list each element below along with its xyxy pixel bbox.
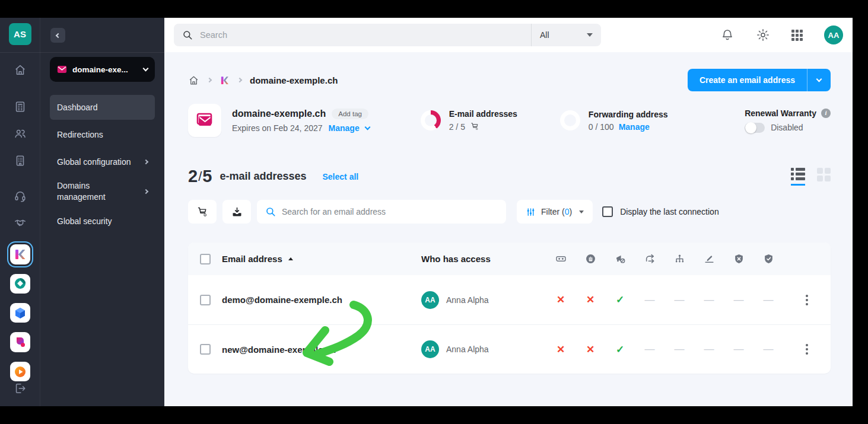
users-icon[interactable] <box>13 127 27 141</box>
kdrive-app-icon[interactable] <box>10 274 30 294</box>
ksuite-app-icon[interactable] <box>10 244 30 264</box>
search-input[interactable] <box>200 30 531 40</box>
breadcrumb-home-icon[interactable] <box>188 75 199 86</box>
renewal-warranty-toggle[interactable] <box>745 123 765 133</box>
filter-button[interactable]: Filter (0) <box>517 200 593 224</box>
support-icon[interactable] <box>13 189 27 203</box>
workspace-dropdown[interactable]: domaine-exe... <box>50 57 155 82</box>
forwarding-manage-link[interactable]: Manage <box>619 122 650 132</box>
chevron-right-icon <box>144 189 148 194</box>
domain-manage-link[interactable]: Manage <box>329 123 360 133</box>
shield-disabled-icon <box>724 254 753 264</box>
account-logo[interactable]: AS <box>9 23 31 45</box>
collapse-sidebar-button[interactable] <box>50 28 65 43</box>
display-last-connection-option: Display the last connection <box>602 206 719 217</box>
add-tag-button[interactable]: Add tag <box>332 109 368 119</box>
create-email-button[interactable]: Create an email address <box>688 69 807 91</box>
search-icon <box>182 30 193 40</box>
kmedia-app-icon[interactable] <box>10 362 30 381</box>
sidebar: AS <box>0 18 164 406</box>
row-checkbox[interactable] <box>200 344 211 355</box>
signature-icon <box>694 254 724 264</box>
row-email-address[interactable]: new@domaine-exemple.ch <box>222 345 421 355</box>
user-avatar[interactable]: AA <box>824 25 843 44</box>
notifications-bell-icon[interactable] <box>720 28 735 42</box>
column-who-has-access: Who has access <box>421 254 546 264</box>
sidebar-divider <box>0 52 164 53</box>
status-signature: — <box>694 294 724 306</box>
row-actions-menu[interactable] <box>802 340 812 358</box>
logout-icon[interactable] <box>13 381 27 396</box>
chevron-down-icon <box>587 33 593 37</box>
sidebar-item-dashboard[interactable]: Dashboard <box>50 95 155 120</box>
chevron-right-icon <box>237 78 242 82</box>
mail-icon <box>57 65 67 74</box>
topbar: All AA <box>164 18 853 52</box>
email-search-input[interactable] <box>282 207 498 216</box>
create-email-split-button: Create an email address <box>688 69 831 91</box>
status-voicemail: ✕ <box>546 294 576 306</box>
info-icon[interactable]: i <box>821 109 831 118</box>
grid-view-toggle[interactable] <box>817 168 831 181</box>
avatar: AA <box>421 291 439 309</box>
domain-summary: domaine-exemple.ch Add tag Expires on Fe… <box>188 104 831 137</box>
filter-sliders-icon <box>526 207 536 217</box>
chevron-right-icon <box>207 78 212 82</box>
billing-icon[interactable] <box>13 100 27 114</box>
main-area: All AA domaine-exemple.ch <box>164 18 853 406</box>
row-user-name: Anna Alpha <box>446 295 489 305</box>
forwarding-usage-count: 0 / 100 <box>589 122 614 132</box>
kcube-app-icon[interactable] <box>10 303 30 323</box>
list-view-toggle[interactable] <box>791 168 805 186</box>
status-shield-disabled: — <box>724 343 753 355</box>
renewal-warranty-state: Disabled <box>771 123 803 132</box>
sidebar-panel: domaine-exe... Dashboard Redirections Gl… <box>40 18 164 406</box>
row-email-address[interactable]: demo@domaine-exemple.ch <box>222 295 421 305</box>
select-all-checkbox[interactable] <box>200 254 211 264</box>
partnership-icon[interactable] <box>13 216 27 230</box>
row-actions-menu[interactable] <box>802 291 812 309</box>
sidebar-item-global-configuration[interactable]: Global configuration <box>50 149 155 174</box>
topbar-actions: AA <box>720 25 843 44</box>
forwarding-usage-donut <box>560 110 580 130</box>
sidebar-item-redirections[interactable]: Redirections <box>50 122 155 147</box>
table-row[interactable]: demo@domaine-exemple.ch AA Anna Alpha ✕ … <box>188 275 831 324</box>
buy-address-cart-button[interactable] <box>188 200 217 224</box>
import-addresses-button[interactable] <box>222 200 251 224</box>
cart-plus-icon <box>196 206 209 218</box>
kcall-app-icon[interactable] <box>10 332 30 352</box>
home-icon[interactable] <box>13 63 27 77</box>
app-window: AS <box>0 18 853 406</box>
cart-icon[interactable] <box>470 122 480 132</box>
sidebar-item-global-security[interactable]: Global security <box>50 209 155 234</box>
sidebar-menu: Dashboard Redirections Global configurat… <box>40 95 164 234</box>
display-last-connection-checkbox[interactable] <box>602 206 613 217</box>
status-block-sender: ✕ <box>576 294 605 306</box>
sidebar-item-domains-management[interactable]: Domains management <box>50 177 155 206</box>
row-checkbox[interactable] <box>200 295 211 305</box>
organization-icon[interactable] <box>13 154 27 168</box>
email-search-box <box>257 200 506 224</box>
breadcrumb-ksuite-icon[interactable] <box>220 75 230 85</box>
search-scope-dropdown[interactable]: All <box>531 24 601 46</box>
select-all-link[interactable]: Select all <box>323 172 359 181</box>
icon-rail: AS <box>0 18 40 406</box>
apps-grid-icon[interactable] <box>791 30 803 41</box>
create-email-dropdown-button[interactable] <box>807 69 831 91</box>
chevron-down-icon <box>143 65 149 71</box>
table-row[interactable]: new@domaine-exemple.ch AA Anna Alpha ✕ ✕… <box>188 324 831 374</box>
settings-gear-icon[interactable] <box>756 28 770 42</box>
sort-asc-icon <box>288 257 293 260</box>
breadcrumb-domain: domaine-exemple.ch <box>250 75 338 85</box>
status-hierarchy: — <box>664 294 694 306</box>
email-table: Email address Who has access demo@domain… <box>188 243 831 374</box>
status-block-sender: ✕ <box>576 343 605 356</box>
status-advertising: ✓ <box>605 294 635 306</box>
search-icon <box>265 206 276 217</box>
status-voicemail: ✕ <box>546 343 576 356</box>
block-sender-icon <box>576 254 605 264</box>
status-shield-enabled: — <box>753 343 783 355</box>
breadcrumb: domaine-exemple.ch <box>188 75 338 86</box>
column-email-address[interactable]: Email address <box>222 254 421 264</box>
status-shield-disabled: — <box>724 294 753 306</box>
